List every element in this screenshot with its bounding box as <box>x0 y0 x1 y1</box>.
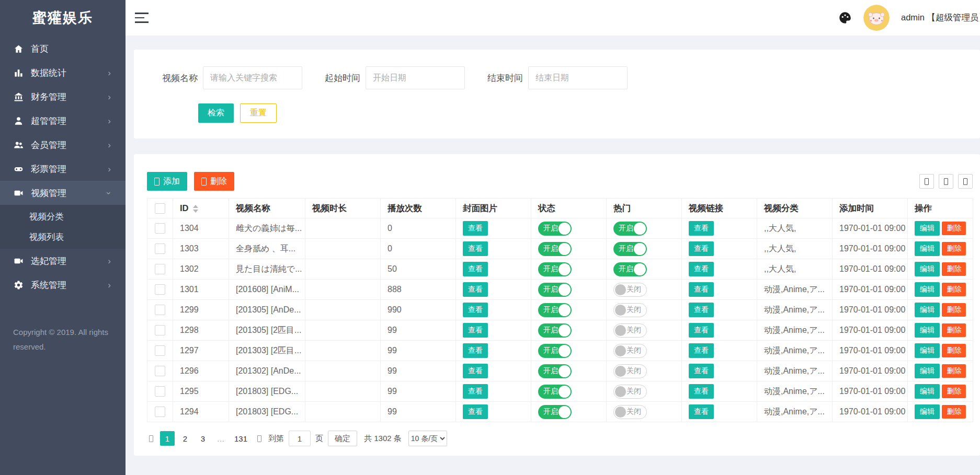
edit-button[interactable]: 编辑 <box>915 303 940 317</box>
cover-view-button[interactable]: 查看 <box>463 404 488 419</box>
hot-toggle[interactable]: 关闭 <box>613 283 647 297</box>
end-date-input[interactable] <box>528 66 628 89</box>
user-avatar[interactable] <box>863 5 890 31</box>
add-button[interactable]: 添加 <box>147 172 187 191</box>
status-toggle[interactable]: 开启 <box>538 405 572 419</box>
hot-toggle[interactable]: 开启 <box>613 222 647 236</box>
row-checkbox[interactable] <box>155 345 165 356</box>
hot-toggle[interactable]: 关闭 <box>613 405 647 419</box>
row-checkbox[interactable] <box>155 366 165 376</box>
prev-page-button[interactable] <box>147 435 155 442</box>
status-toggle[interactable]: 开启 <box>538 222 572 236</box>
row-checkbox[interactable] <box>155 284 165 295</box>
sidebar-subitem-1[interactable]: 视频列表 <box>0 227 126 247</box>
sidebar-item-5[interactable]: 彩票管理› <box>0 157 126 181</box>
edit-button[interactable]: 编辑 <box>915 262 940 276</box>
link-view-button[interactable]: 查看 <box>689 364 714 378</box>
sidebar-item-0[interactable]: 首页 <box>0 37 126 61</box>
link-view-button[interactable]: 查看 <box>689 343 714 358</box>
sidebar-item-1[interactable]: 数据统计› <box>0 61 126 85</box>
sidebar-item-7[interactable]: 选妃管理› <box>0 249 126 273</box>
row-checkbox[interactable] <box>155 386 165 397</box>
row-delete-button[interactable]: 删除 <box>942 242 966 256</box>
status-toggle[interactable]: 开启 <box>538 364 572 378</box>
cover-view-button[interactable]: 查看 <box>463 364 488 378</box>
menu-collapse-icon[interactable] <box>135 13 149 23</box>
link-view-button[interactable]: 查看 <box>689 262 714 276</box>
edit-button[interactable]: 编辑 <box>915 221 940 236</box>
sidebar-item-3[interactable]: 超管管理› <box>0 109 126 133</box>
sidebar-item-8[interactable]: 系统管理› <box>0 273 126 297</box>
page-button-2[interactable]: 2 <box>178 431 192 446</box>
row-checkbox[interactable] <box>155 264 165 274</box>
status-toggle[interactable]: 开启 <box>538 303 572 317</box>
cover-view-button[interactable]: 查看 <box>463 323 488 338</box>
page-button-3[interactable]: 3 <box>196 431 210 446</box>
edit-button[interactable]: 编辑 <box>915 364 940 378</box>
row-delete-button[interactable]: 删除 <box>942 262 966 276</box>
cover-view-button[interactable]: 查看 <box>463 343 488 358</box>
page-size-select[interactable]: 10 条/页 <box>408 431 447 446</box>
cover-view-button[interactable]: 查看 <box>463 221 488 236</box>
status-toggle[interactable]: 开启 <box>538 283 572 297</box>
row-checkbox[interactable] <box>155 244 165 254</box>
edit-button[interactable]: 编辑 <box>915 323 940 338</box>
link-view-button[interactable]: 查看 <box>689 282 714 297</box>
video-name-input[interactable] <box>203 66 302 89</box>
search-button[interactable]: 检索 <box>198 103 234 123</box>
sidebar-item-6[interactable]: 视频管理› <box>0 181 126 205</box>
status-toggle[interactable]: 开启 <box>538 242 572 256</box>
status-toggle[interactable]: 开启 <box>538 323 572 338</box>
link-view-button[interactable]: 查看 <box>689 241 714 256</box>
delete-button[interactable]: 删除 <box>194 172 234 191</box>
edit-button[interactable]: 编辑 <box>915 282 940 297</box>
cover-view-button[interactable]: 查看 <box>463 282 488 297</box>
row-checkbox[interactable] <box>155 305 165 315</box>
page-button-1[interactable]: 1 <box>160 431 175 446</box>
filter-columns-button[interactable] <box>919 174 934 189</box>
edit-button[interactable]: 编辑 <box>915 404 940 419</box>
hot-toggle[interactable]: 开启 <box>613 262 647 276</box>
reset-button[interactable]: 重置 <box>240 103 277 123</box>
row-delete-button[interactable]: 删除 <box>942 323 966 337</box>
goto-page-input[interactable] <box>289 431 311 446</box>
row-delete-button[interactable]: 删除 <box>942 405 966 419</box>
status-toggle[interactable]: 开启 <box>538 385 572 399</box>
edit-button[interactable]: 编辑 <box>915 384 940 399</box>
row-delete-button[interactable]: 删除 <box>942 364 966 378</box>
goto-confirm-button[interactable]: 确定 <box>328 431 357 446</box>
link-view-button[interactable]: 查看 <box>689 404 714 419</box>
hot-toggle[interactable]: 关闭 <box>613 385 647 399</box>
row-delete-button[interactable]: 删除 <box>942 344 966 357</box>
row-delete-button[interactable]: 删除 <box>942 385 966 398</box>
sidebar-item-2[interactable]: 财务管理› <box>0 85 126 109</box>
cover-view-button[interactable]: 查看 <box>463 384 488 399</box>
status-toggle[interactable]: 开启 <box>538 344 572 358</box>
user-name[interactable]: admin 【超级管理员】 <box>901 12 980 24</box>
sort-icon[interactable] <box>193 205 198 213</box>
link-view-button[interactable]: 查看 <box>689 323 714 338</box>
row-delete-button[interactable]: 删除 <box>942 222 966 235</box>
export-button[interactable] <box>939 174 953 189</box>
row-checkbox[interactable] <box>155 223 165 234</box>
sidebar-subitem-0[interactable]: 视频分类 <box>0 206 126 227</box>
sidebar-item-4[interactable]: 会员管理› <box>0 133 126 157</box>
hot-toggle[interactable]: 关闭 <box>613 323 647 338</box>
theme-palette-icon[interactable] <box>838 11 852 25</box>
link-view-button[interactable]: 查看 <box>689 303 714 317</box>
edit-button[interactable]: 编辑 <box>915 343 940 358</box>
hot-toggle[interactable]: 关闭 <box>613 364 647 378</box>
row-delete-button[interactable]: 删除 <box>942 303 966 317</box>
print-button[interactable] <box>958 174 973 189</box>
link-view-button[interactable]: 查看 <box>689 384 714 399</box>
hot-toggle[interactable]: 关闭 <box>613 303 647 317</box>
status-toggle[interactable]: 开启 <box>538 262 572 276</box>
row-delete-button[interactable]: 删除 <box>942 283 966 296</box>
cover-view-button[interactable]: 查看 <box>463 262 488 276</box>
start-date-input[interactable] <box>366 66 465 89</box>
row-checkbox[interactable] <box>155 325 165 335</box>
page-button-131[interactable]: 131 <box>231 431 250 446</box>
cover-view-button[interactable]: 查看 <box>463 241 488 256</box>
select-all-checkbox[interactable] <box>155 203 165 214</box>
cover-view-button[interactable]: 查看 <box>463 303 488 317</box>
